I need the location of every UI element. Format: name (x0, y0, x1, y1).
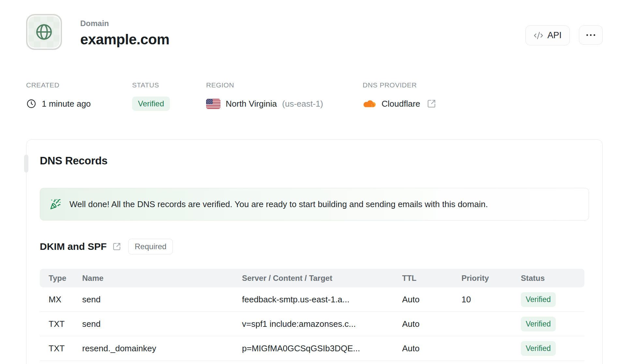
record-ttl: Auto (402, 319, 461, 329)
region-label: REGION (206, 81, 363, 89)
region-value: North Virginia (226, 99, 277, 109)
api-button-label: API (547, 30, 562, 40)
record-status-badge: Verified (521, 292, 556, 307)
record-type: TXT (40, 343, 82, 354)
cloudflare-icon (363, 99, 376, 109)
column-header-type: Type (40, 274, 82, 283)
globe-icon (35, 23, 53, 41)
header-actions: API (525, 14, 603, 45)
domain-detail-page: Domain example.com API (0, 0, 634, 364)
domain-meta-row: CREATED 1 minute ago STATUS Verified REG… (26, 81, 603, 111)
scroll-indicator (24, 155, 28, 173)
region-code: (us-east-1) (282, 99, 323, 109)
record-name: resend._domainkey (82, 343, 242, 354)
record-content: feedback-smtp.us-east-1.a... (242, 295, 402, 305)
meta-region: REGION (206, 81, 363, 111)
record-status-badge: Verified (521, 317, 556, 331)
page-header: Domain example.com API (26, 14, 603, 50)
record-name: send (82, 295, 242, 305)
status-label: STATUS (132, 81, 206, 89)
meta-dns-provider: DNS PROVIDER Cloudflare (363, 81, 436, 111)
record-content: p=MIGfMA0GCSqGSIb3DQE... (242, 343, 402, 354)
record-content: v=spf1 include:amazonses.c... (242, 319, 402, 329)
api-button[interactable]: API (525, 25, 570, 45)
table-row: TXT send v=spf1 include:amazonses.c... A… (40, 312, 584, 336)
dns-records-table: Type Name Server / Content / Target TTL … (40, 269, 584, 361)
record-name: send (82, 319, 242, 329)
created-label: CREATED (26, 81, 132, 89)
party-popper-icon (50, 199, 61, 210)
column-header-name: Name (82, 274, 242, 283)
clock-icon (26, 99, 37, 109)
created-value: 1 minute ago (42, 99, 91, 109)
column-header-status: Status (521, 274, 584, 283)
record-status-badge: Verified (521, 341, 556, 356)
success-banner: Well done! All the DNS records are verif… (40, 188, 589, 220)
page-kicker: Domain (80, 19, 169, 28)
column-header-priority: Priority (461, 274, 521, 283)
page-title: example.com (80, 31, 169, 48)
column-header-content: Server / Content / Target (242, 274, 402, 283)
us-flag-icon (206, 99, 220, 109)
ellipsis-icon (586, 30, 596, 40)
record-type: MX (40, 295, 82, 305)
record-priority: 10 (461, 295, 521, 305)
dns-records-title: DNS Records (40, 155, 589, 167)
external-link-icon[interactable] (113, 242, 121, 251)
meta-status: STATUS Verified (132, 81, 206, 111)
column-header-ttl: TTL (402, 274, 461, 283)
table-row: TXT resend._domainkey p=MIGfMA0GCSqGSIb3… (40, 336, 584, 361)
dns-records-card: DNS Records Well done! All the DNS recor… (26, 139, 603, 364)
record-ttl: Auto (402, 295, 461, 305)
record-type: TXT (40, 319, 82, 329)
domain-avatar (26, 14, 62, 50)
dkim-spf-section-header: DKIM and SPF Required (40, 239, 589, 254)
success-banner-text: Well done! All the DNS records are verif… (69, 199, 488, 209)
required-badge: Required (128, 239, 173, 254)
more-options-button[interactable] (579, 25, 603, 45)
table-header-row: Type Name Server / Content / Target TTL … (40, 269, 584, 287)
dkim-spf-title: DKIM and SPF (40, 241, 107, 252)
meta-created: CREATED 1 minute ago (26, 81, 132, 111)
status-badge: Verified (132, 97, 170, 111)
title-block: Domain example.com (80, 14, 169, 48)
dns-provider-label: DNS PROVIDER (363, 81, 436, 89)
external-link-icon[interactable] (427, 99, 436, 108)
record-ttl: Auto (402, 343, 461, 354)
code-icon (534, 31, 543, 40)
table-row: MX send feedback-smtp.us-east-1.a... Aut… (40, 287, 584, 312)
dns-provider-value: Cloudflare (382, 99, 420, 109)
